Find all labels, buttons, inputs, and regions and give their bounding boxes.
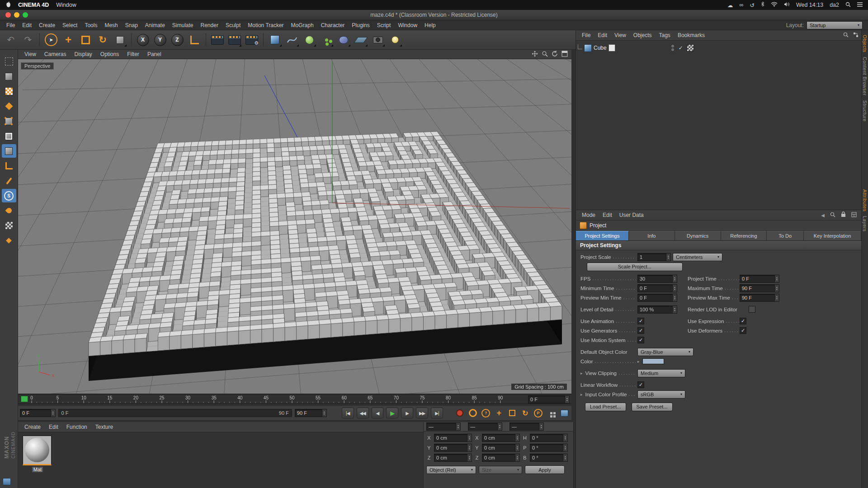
play-button[interactable]: ▶ (386, 408, 398, 418)
rot-h-field[interactable]: 0 °▴▾ (530, 434, 568, 442)
menu-simulate[interactable]: Simulate (169, 22, 197, 28)
menu-plugins[interactable]: Plugins (348, 22, 373, 28)
viewport-toggle-icon[interactable] (561, 51, 568, 58)
input-color-profile-expander-icon[interactable]: ▸ (580, 392, 583, 397)
fps-field[interactable]: 30▴▾ (637, 275, 677, 283)
autokey-button[interactable] (467, 408, 478, 418)
render-lod-checkbox[interactable] (749, 306, 755, 313)
make-editable-icon[interactable] (2, 55, 16, 68)
stepper-icon[interactable]: ▴▾ (51, 409, 55, 417)
project-scale-field[interactable]: 1▴▾ (637, 253, 671, 261)
render-picture-viewer-button[interactable] (226, 32, 243, 48)
texture-tag-icon[interactable] (687, 44, 694, 52)
primitive-cube-button[interactable] (267, 32, 283, 48)
load-preset-button[interactable]: Load Preset... (585, 403, 626, 411)
am-lock-icon[interactable] (841, 211, 846, 219)
scale-project-button[interactable]: Scale Project... (587, 263, 683, 271)
undo-button[interactable]: ↶ (3, 32, 19, 48)
texture-mode-icon[interactable] (2, 84, 16, 98)
cloud-icon[interactable]: ☁ (727, 2, 733, 9)
macos-menu-window[interactable]: Window (56, 2, 76, 8)
live-selection-button[interactable]: ➤ (43, 32, 59, 48)
light-button[interactable] (387, 32, 403, 48)
menu-sculpt[interactable]: Sculpt (222, 22, 244, 28)
goto-end-button[interactable]: ▶| (431, 408, 443, 418)
close-window-button[interactable] (5, 12, 11, 18)
floor-button[interactable] (353, 32, 369, 48)
tab-to-do[interactable]: To Do (767, 231, 804, 240)
use-motion-system-checkbox[interactable]: ✓ (637, 337, 644, 343)
menu-animate[interactable]: Animate (142, 22, 169, 28)
viewport-menu-options[interactable]: Options (97, 51, 123, 57)
om-search-icon[interactable] (843, 32, 849, 39)
menu-mesh[interactable]: Mesh (101, 22, 121, 28)
viewport-menu-cameras[interactable]: Cameras (41, 51, 70, 57)
record-scale-toggle[interactable] (507, 408, 517, 418)
goto-start-button[interactable]: |◀ (342, 408, 354, 418)
linear-workflow-checkbox[interactable]: ✓ (637, 381, 644, 388)
lock-z-axis-button[interactable]: Z (169, 32, 185, 48)
wifi-icon[interactable] (771, 2, 778, 8)
minimize-window-button[interactable] (14, 12, 19, 18)
ruler-frame-field[interactable]: 0 F ▴▾ (528, 395, 570, 404)
menu-window[interactable]: Window (394, 22, 421, 28)
coord-header-field-3[interactable]: —▴▾ (509, 422, 544, 431)
object-name[interactable]: Cube (594, 45, 607, 51)
lock-y-axis-button[interactable]: Y (152, 32, 168, 48)
workplane-icon[interactable] (2, 219, 16, 232)
viewport-canvas[interactable] (18, 59, 571, 394)
object-manager-tree[interactable]: Cube ✓ (576, 41, 861, 210)
move-button[interactable]: + (60, 32, 76, 48)
size-x-field[interactable]: 0 cm▴▾ (482, 434, 520, 442)
view-clipping-combo[interactable]: Medium▾ (637, 369, 685, 377)
volume-icon[interactable] (784, 2, 790, 8)
viewport-menu-filter[interactable]: Filter (123, 51, 143, 57)
record-keyframe-button[interactable] (454, 408, 465, 418)
spectacles-icon[interactable]: ∞ (740, 2, 744, 8)
am-search-icon[interactable] (830, 212, 835, 219)
polygons-mode-icon[interactable] (2, 144, 16, 158)
minimum-time-field[interactable]: 0 F▴▾ (637, 284, 677, 292)
maximum-time-field[interactable]: 90 F▴▾ (740, 284, 779, 292)
range-end-label[interactable]: 90 F (279, 410, 289, 416)
tab-structure[interactable]: Structure (862, 100, 868, 122)
pos-x-field[interactable]: 0 cm▴▾ (434, 434, 472, 442)
lock-x-axis-button[interactable]: X (135, 32, 151, 48)
spline-pen-button[interactable] (284, 32, 300, 48)
tab-key-interpolation[interactable]: Key Interpolation (804, 231, 861, 240)
menu-script[interactable]: Script (373, 22, 395, 28)
mograph-button[interactable] (318, 32, 335, 48)
macos-app-name[interactable]: CINEMA 4D (18, 2, 49, 8)
section-header[interactable]: Project Settings (576, 241, 861, 250)
save-preset-button[interactable]: Save Preset... (632, 403, 673, 411)
om-menu-view[interactable]: View (611, 32, 629, 38)
zoom-window-button[interactable] (23, 12, 28, 18)
project-scale-unit-combo[interactable]: Centimeters▾ (673, 253, 722, 261)
pos-y-field[interactable]: 0 cm▴▾ (434, 444, 472, 452)
dock-app-icon[interactable] (3, 478, 11, 485)
menu-motion-tracker[interactable]: Motion Tracker (244, 22, 287, 28)
subdivision-surface-button[interactable] (301, 32, 317, 48)
tab-objects[interactable]: Objects (862, 35, 868, 52)
pos-z-field[interactable]: 0 cm▴▾ (434, 454, 472, 462)
coordinate-mode-combo[interactable]: Object (Rel)▾ (426, 466, 476, 474)
tab-content-browser[interactable]: Content Browser (862, 57, 868, 96)
level-of-detail-field[interactable]: 100 %▴▾ (637, 305, 677, 314)
rot-p-field[interactable]: 0 °▴▾ (530, 444, 568, 452)
default-object-color-combo[interactable]: Gray-Blue▾ (637, 348, 693, 356)
coord-header-field-1[interactable]: —▴▾ (426, 422, 461, 431)
viewport[interactable]: Perspective Grid Spacing : 100 cm (18, 59, 571, 394)
view-clipping-expander-icon[interactable]: ▸ (580, 371, 583, 375)
spotlight-icon[interactable] (845, 2, 851, 9)
material-item[interactable]: Mat (23, 436, 52, 473)
tab-attributes[interactable]: Attributes (862, 189, 868, 211)
menu-render[interactable]: Render (197, 22, 222, 28)
layer-tag-icon[interactable] (609, 44, 615, 52)
apply-button[interactable]: Apply (525, 465, 565, 474)
record-position-toggle[interactable]: + (494, 408, 504, 418)
menu-edit[interactable]: Edit (19, 22, 35, 28)
om-menu-file[interactable]: File (579, 32, 594, 38)
render-settings-button[interactable]: ⚙ (244, 32, 260, 48)
viewport-pan-icon[interactable] (532, 51, 538, 58)
deformer-button[interactable] (335, 32, 352, 48)
